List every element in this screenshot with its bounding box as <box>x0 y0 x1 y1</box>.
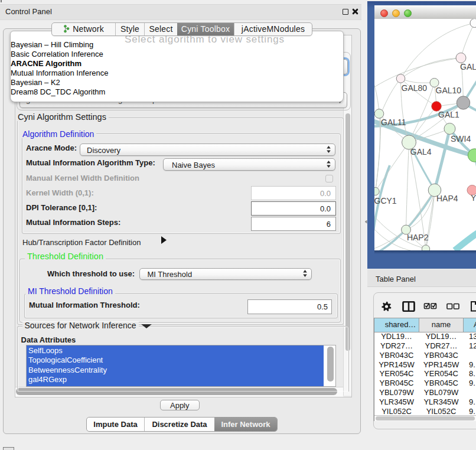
svg-text:GAL7: GAL7 <box>460 62 476 71</box>
svg-text:GAL11: GAL11 <box>381 118 406 127</box>
svg-text:HAP4: HAP4 <box>436 194 458 203</box>
svg-text:GAL4: GAL4 <box>410 147 431 156</box>
svg-text:GAL1: GAL1 <box>438 110 459 119</box>
svg-text:GAL80: GAL80 <box>401 83 427 93</box>
svg-text:Y: Y <box>471 193 476 203</box>
svg-text:GCY1: GCY1 <box>374 196 397 206</box>
svg-text:SWI4: SWI4 <box>451 134 471 144</box>
svg-text:GAL10: GAL10 <box>435 86 461 95</box>
svg-text:HAP2: HAP2 <box>406 233 428 242</box>
